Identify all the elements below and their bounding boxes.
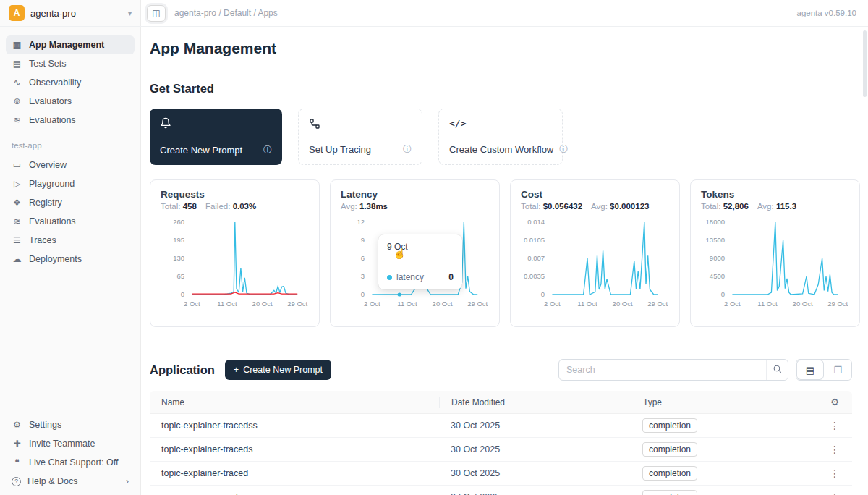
row-menu-button[interactable]: ⋮ [817, 420, 852, 431]
gear-icon: ⚙ [830, 397, 839, 407]
card-view-button[interactable]: ❐ [824, 360, 851, 380]
sidebar-item-label: Observability [29, 77, 81, 88]
create-custom-workflow-card[interactable]: </> Create Custom Workflow ⓘ [438, 109, 563, 165]
metric-title: Requests [161, 189, 309, 200]
svg-text:11 Oct: 11 Oct [757, 300, 778, 308]
application-header: Application + Create New Prompt ▤ ❐ [150, 359, 852, 381]
date-modified: 27 Oct 2025 [439, 492, 631, 495]
sidebar-item-label: Traces [29, 235, 56, 245]
set-up-tracing-card[interactable]: Set Up Tracing ⓘ [298, 109, 422, 165]
tokens-chart[interactable]: 04500900013500180002 Oct11 Oct20 Oct29 O… [701, 213, 849, 315]
app-name[interactable]: topic-explainer-tracedss [150, 420, 439, 431]
sidebar-item-evaluators[interactable]: ⊚Evaluators [6, 92, 135, 111]
test-sets-icon: ▤ [12, 59, 22, 69]
cost-chart[interactable]: 00.00350.0070.01050.0142 Oct11 Oct20 Oct… [521, 213, 669, 315]
stat-label: Avg: [341, 202, 357, 211]
sidebar-item-app-management[interactable]: ▦App Management [6, 35, 135, 54]
svg-text:11 Oct: 11 Oct [397, 300, 417, 308]
svg-text:2 Oct: 2 Oct [724, 300, 741, 308]
stat-label: Total: [161, 202, 181, 211]
table-row[interactable]: topic-explainer-tracedss 30 Oct 2025 com… [150, 414, 852, 438]
stat-value: $0.056432 [543, 202, 582, 211]
main-content: App Management Get Started Create New Pr… [141, 27, 868, 495]
invite-teammate-icon: ✚ [12, 439, 22, 449]
sidebar-item-label: Registry [29, 198, 62, 208]
row-menu-button[interactable]: ⋮ [817, 444, 852, 455]
info-icon[interactable]: ⓘ [559, 143, 568, 156]
app-name[interactable]: topic-explainer-traceds [150, 444, 439, 454]
table-row[interactable]: topic-explainer-traceds 30 Oct 2025 comp… [150, 438, 852, 462]
sidebar-item-invite-teammate[interactable]: ✚Invite Teammate [6, 434, 135, 453]
sidebar-item-label: Deployments [29, 254, 82, 264]
stat-value: $0.000123 [610, 202, 649, 211]
sidebar-toggle-button[interactable]: ◫ [147, 5, 166, 22]
version-label: agenta v0.59.10 [797, 9, 868, 17]
breadcrumb[interactable]: agenta-pro / Default / Apps [174, 8, 278, 18]
svg-text:11 Oct: 11 Oct [577, 300, 597, 308]
stat-value: 0.03% [233, 202, 257, 211]
view-toggle: ▤ ❐ [796, 359, 852, 381]
sidebar-item-registry[interactable]: ❖Registry [6, 193, 135, 212]
stat-label: Avg: [591, 202, 608, 211]
column-header-name[interactable]: Name [150, 397, 439, 407]
svg-text:20 Oct: 20 Oct [252, 300, 273, 308]
info-icon[interactable]: ⓘ [403, 143, 412, 156]
workspace-selector[interactable]: A agenta-pro ▾ [0, 0, 141, 26]
sidebar-item-label: App Management [29, 40, 104, 50]
svg-text:3: 3 [361, 272, 365, 280]
sidebar-item-label: Settings [29, 420, 61, 430]
row-menu-button[interactable]: ⋮ [817, 468, 852, 479]
type-badge: completion [642, 466, 697, 481]
sidebar-item-test-sets[interactable]: ▤Test Sets [6, 54, 135, 73]
app-name[interactable]: topic-explainer-traced [150, 468, 439, 478]
sidebar-item-settings[interactable]: ⚙Settings [6, 415, 135, 434]
sidebar-app-nav: ▭Overview▷Playground❖Registry≋Evaluation… [0, 156, 140, 268]
table-row[interactable]: topic-explainer-traced 30 Oct 2025 compl… [150, 462, 852, 486]
sidebar-item-deployments[interactable]: ☁Deployments [6, 250, 135, 268]
sidebar-item-label: Playground [29, 179, 75, 189]
sidebar-item-help-docs[interactable]: ?Help & Docs› [6, 472, 135, 491]
search-box [558, 359, 788, 381]
playground-icon: ▷ [12, 179, 22, 189]
sidebar-item-playground[interactable]: ▷Playground [6, 174, 135, 193]
svg-text:13500: 13500 [706, 236, 725, 244]
chevron-down-icon: ▾ [128, 9, 132, 17]
metric-card-latency: Latency Avg: 1.38ms 0369122 Oct11 Oct20 … [330, 179, 500, 327]
svg-text:65: 65 [176, 272, 184, 280]
requests-chart[interactable]: 0651301952602 Oct11 Oct20 Oct29 Oct [161, 213, 309, 315]
scrollbar-thumb[interactable] [863, 30, 867, 97]
tooltip-series-name: latency [396, 272, 424, 282]
sidebar-item-overview[interactable]: ▭Overview [6, 156, 135, 174]
svg-text:0.007: 0.007 [527, 254, 545, 262]
date-modified: 30 Oct 2025 [439, 444, 631, 454]
svg-text:6: 6 [361, 254, 365, 262]
sidebar-item-evaluations[interactable]: ≋Evaluations [6, 111, 135, 130]
info-icon[interactable]: ⓘ [263, 144, 272, 156]
metric-card-requests: Requests Total: 458Failed: 0.03% 0651301… [150, 179, 320, 327]
table-view-button[interactable]: ▤ [796, 360, 824, 380]
search-button[interactable] [766, 360, 788, 380]
sidebar-item-traces[interactable]: ☰Traces [6, 231, 135, 250]
sidebar-footer-nav: ⚙Settings✚Invite Teammate❝Live Chat Supp… [0, 415, 140, 495]
code-icon: </> [449, 118, 552, 129]
table-row[interactable]: career-assessment 27 Oct 2025 completion… [150, 486, 852, 495]
create-new-prompt-card[interactable]: Create New Prompt ⓘ [150, 109, 282, 165]
sidebar: ▦App Management▤Test Sets∿Observability⊚… [0, 27, 141, 495]
card-label: Create Custom Workflow [449, 144, 553, 155]
row-menu-button[interactable]: ⋮ [817, 491, 852, 495]
svg-text:0: 0 [361, 290, 365, 298]
column-header-date-modified[interactable]: Date Modified [439, 397, 631, 408]
table-view-icon: ▤ [806, 365, 814, 376]
stat-label: Total: [521, 202, 541, 211]
deployments-icon: ☁ [12, 254, 22, 264]
sidebar-item-observability[interactable]: ∿Observability [6, 73, 135, 92]
search-input[interactable] [559, 365, 766, 375]
svg-text:20 Oct: 20 Oct [433, 300, 453, 308]
svg-text:29 Oct: 29 Oct [827, 300, 848, 308]
sidebar-item-live-chat-support-off[interactable]: ❝Live Chat Support: Off [6, 453, 135, 472]
table-settings-button[interactable]: ⚙ [817, 397, 852, 407]
create-new-prompt-button[interactable]: + Create New Prompt [225, 360, 331, 380]
sidebar-item-evaluations[interactable]: ≋Evaluations [6, 212, 135, 231]
column-header-type[interactable]: Type [631, 397, 817, 408]
app-name[interactable]: career-assessment [150, 492, 439, 495]
